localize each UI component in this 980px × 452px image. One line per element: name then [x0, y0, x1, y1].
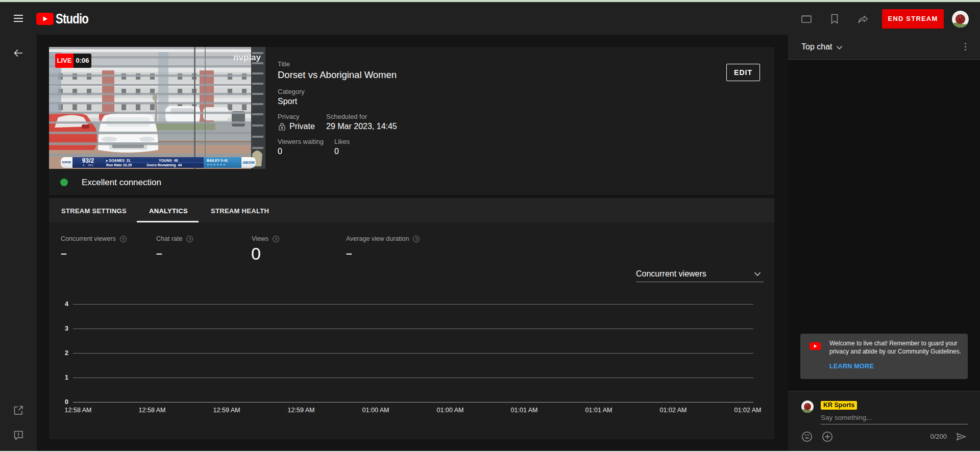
- svg-text:nvplay: nvplay: [233, 53, 261, 62]
